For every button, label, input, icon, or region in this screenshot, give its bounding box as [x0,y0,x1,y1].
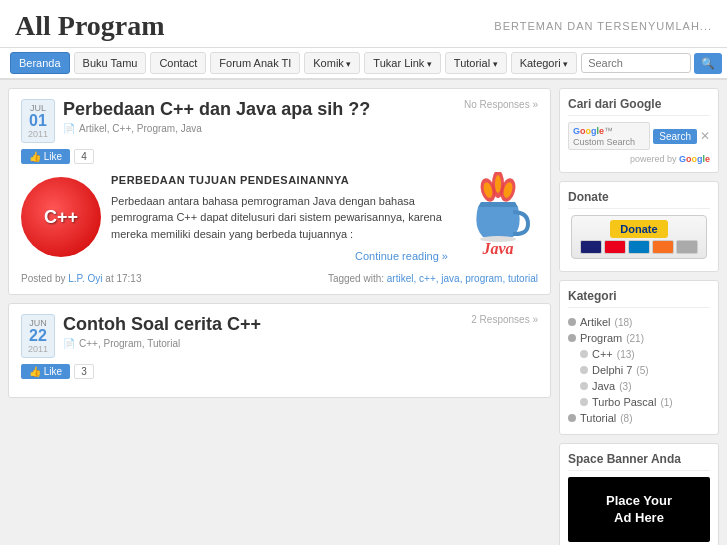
google-section-title: Cari dari Google [568,97,710,116]
google-close-button[interactable]: ✕ [700,129,710,143]
date-day-2: 22 [28,328,48,344]
visa-card-icon [580,240,602,254]
donate-button[interactable]: Donate [571,215,707,259]
search-input[interactable] [581,53,691,73]
nav-kategori[interactable]: Kategori [511,52,578,74]
kategori-turbo-pascal[interactable]: Turbo Pascal (1) [568,394,710,410]
kategori-count: (1) [660,397,672,408]
date-badge-2: Jun 22 2011 [21,314,55,358]
read-more-1[interactable]: Continue reading » [111,248,448,265]
bullet-icon [568,414,576,422]
like-button-1[interactable]: 👍 Like [21,149,70,164]
post-meta-1: Artikel, C++, Program, Java [79,123,202,134]
kategori-label: Turbo Pascal [592,396,656,408]
cpp-badge-text: C++ [44,207,78,228]
date-year-2: 2011 [28,344,48,354]
tagline: BERTEMAN DAN TERSENYUMLAH... [494,20,712,32]
donate-cards [580,240,698,254]
kategori-count: (8) [620,413,632,424]
doc-icon-2: 📄 [63,338,75,349]
google-search-section: Cari dari Google Google™ Custom Search S… [559,88,719,173]
kategori-tutorial[interactable]: Tutorial (8) [568,410,710,426]
google-custom-label: Google™ Custom Search [568,122,650,150]
bullet-icon [568,334,576,342]
nav-contact[interactable]: Contact [150,52,206,74]
posted-by-label: Posted by [21,273,65,284]
discover-icon [652,240,674,254]
post-card-1: Jul 01 2011 Perbedaan C++ dan Java apa s… [8,88,551,295]
like-count-2: 3 [74,364,94,379]
author-link-1[interactable]: L.P. Oyi [68,273,102,284]
nav-tukar-link[interactable]: Tukar Link [364,52,440,74]
kategori-label: Program [580,332,622,344]
kategori-label: Java [592,380,615,392]
like-count-1: 4 [74,149,94,164]
post-title-2[interactable]: Contoh Soal cerita C++ [63,314,261,335]
kategori-java[interactable]: Java (3) [568,378,710,394]
doc-icon-1: 📄 [63,123,75,134]
google-search-button[interactable]: Search [653,129,697,144]
post-footer-1: Posted by L.P. Oyi at 17:13 Tagged with:… [21,273,538,284]
space-banner-title: Space Banner Anda [568,452,710,471]
java-icon: Java [458,172,538,265]
mastercard-icon [604,240,626,254]
search-box: 🔍 [581,53,722,74]
space-banner-section: Space Banner Anda Place YourAd Here [559,443,719,545]
java-logo-svg: Java [463,172,533,262]
kategori-label: C++ [592,348,613,360]
post-meta-2: C++, Program, Tutorial [79,338,180,349]
kategori-count: (3) [619,381,631,392]
nav-beranda[interactable]: Beranda [10,52,70,74]
like-button-2[interactable]: 👍 Like [21,364,70,379]
amex-icon [628,240,650,254]
search-button[interactable]: 🔍 [694,53,722,74]
tagged-with-label: Tagged with: [328,273,384,284]
kategori-count: (13) [617,349,635,360]
kategori-label: Artikel [580,316,611,328]
donate-section: Donate Donate [559,181,719,272]
tags-link-1[interactable]: artikel, c++, java, program, tutorial [387,273,538,284]
date-day-1: 01 [28,113,48,129]
kategori-cpp[interactable]: C++ (13) [568,346,710,362]
kategori-label: Tutorial [580,412,616,424]
post-responses-2: 2 Responses » [471,314,538,325]
post-responses-1: No Responses » [464,99,538,110]
kategori-delphi[interactable]: Delphi 7 (5) [568,362,710,378]
post-card-2: Jun 22 2011 Contoh Soal cerita C++ 📄 C++… [8,303,551,398]
post-content-title-1: PERBEDAAN TUJUAN PENDESAINANNYA [111,172,448,189]
date-year-1: 2011 [28,129,48,139]
svg-text:Java: Java [481,240,513,257]
kategori-program[interactable]: Program (21) [568,330,710,346]
ad-banner-text: Place YourAd Here [606,493,672,527]
bullet-icon [580,366,588,374]
post-title-1[interactable]: Perbedaan C++ dan Java apa sih ?? [63,99,370,120]
nav-tutorial[interactable]: Tutorial [445,52,507,74]
kategori-count: (18) [615,317,633,328]
bullet-icon [580,350,588,358]
kategori-artikel[interactable]: Artikel (18) [568,314,710,330]
other-card-icon [676,240,698,254]
kategori-section-title: Kategori [568,289,710,308]
site-title: All Program [15,10,165,42]
powered-by: powered by Google [568,154,710,164]
bullet-icon [580,382,588,390]
cpp-thumbnail: C++ [21,177,101,257]
kategori-count: (5) [636,365,648,376]
date-badge-1: Jul 01 2011 [21,99,55,143]
kategori-section: Kategori Artikel (18) Program (21) C++ (… [559,280,719,435]
nav-buku-tamu[interactable]: Buku Tamu [74,52,147,74]
posted-at-1: at 17:13 [105,273,141,284]
donate-button-label: Donate [610,220,667,238]
ad-banner[interactable]: Place YourAd Here [568,477,710,542]
nav-forum-anak-ti[interactable]: Forum Anak TI [210,52,300,74]
bullet-icon [568,318,576,326]
kategori-count: (21) [626,333,644,344]
bullet-icon [580,398,588,406]
donate-section-title: Donate [568,190,710,209]
kategori-label: Delphi 7 [592,364,632,376]
post-content-body-1: Perbedaan antara bahasa pemrograman Java… [111,193,448,243]
svg-point-4 [495,175,501,193]
nav-komik[interactable]: Komik [304,52,360,74]
